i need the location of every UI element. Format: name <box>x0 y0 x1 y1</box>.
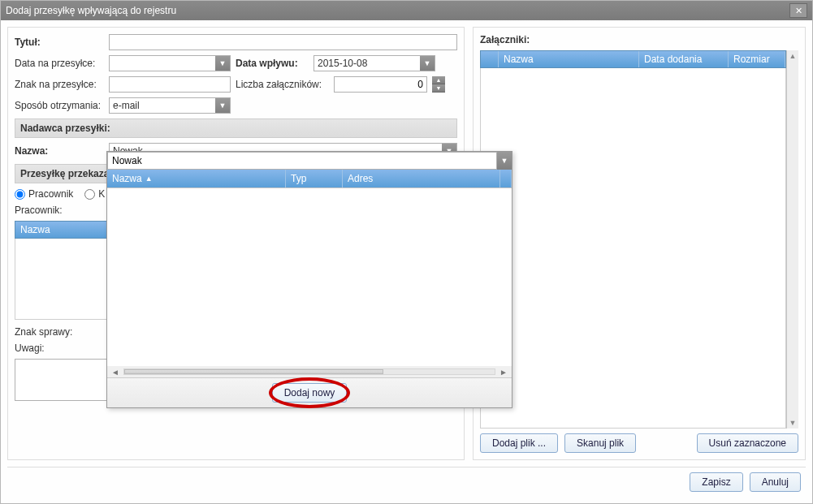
receive-value: e-mail <box>113 100 140 111</box>
attachments-col-check[interactable] <box>481 51 499 67</box>
radio-employee-label: Pracownik <box>28 188 73 200</box>
chevron-down-icon[interactable]: ▼ <box>789 419 797 427</box>
popup-horizontal-scroll[interactable]: ◄ ► <box>107 366 512 377</box>
attachments-col-name[interactable]: Nazwa <box>499 51 639 67</box>
popup-col-name[interactable]: Nazwa ▲ <box>107 170 286 187</box>
radio-employee-input[interactable] <box>15 189 25 200</box>
popup-grid-body[interactable] <box>107 187 512 366</box>
chevron-up-icon[interactable]: ▲ <box>432 76 445 84</box>
sort-asc-icon: ▲ <box>145 174 153 183</box>
radio-k-input[interactable] <box>84 189 95 200</box>
attachments-header: Załączniki: <box>480 34 798 45</box>
att-count-label: Liczba załączników: <box>236 79 329 90</box>
att-count-spinner[interactable]: ▲ ▼ <box>432 76 445 93</box>
scan-file-button[interactable]: Skanuj plik <box>564 433 636 453</box>
date-in-value: 2015-10-08 <box>318 58 367 69</box>
sender-search-input[interactable] <box>107 152 497 170</box>
add-file-button[interactable]: Dodaj plik ... <box>480 433 558 453</box>
att-count-input[interactable] <box>334 76 427 93</box>
attachments-scrollbar[interactable]: ▲ ▼ <box>786 50 798 429</box>
matter-sign-label: Znak sprawy: <box>15 326 104 338</box>
title-label: Tytuł: <box>15 37 104 48</box>
popup-col-extra[interactable] <box>500 170 512 187</box>
chevron-up-icon[interactable]: ▲ <box>789 52 797 60</box>
chevron-right-icon[interactable]: ► <box>499 367 508 377</box>
save-button[interactable]: Zapisz <box>690 472 742 492</box>
add-new-button[interactable]: Dodaj nowy <box>272 383 348 403</box>
attachments-grid-body[interactable] <box>480 68 786 429</box>
date-in-label: Data wpływu: <box>236 58 309 69</box>
bottom-bar: Zapisz Anuluj <box>7 467 806 497</box>
popup-grid-header: Nazwa ▲ Typ Adres <box>107 170 512 187</box>
radio-k[interactable]: K <box>84 188 105 200</box>
date-on-combo[interactable]: ▼ <box>109 55 231 71</box>
sign-on-input[interactable] <box>109 76 231 93</box>
notes-label: Uwagi: <box>15 342 104 354</box>
sender-name-label: Nazwa: <box>15 145 104 157</box>
attachments-col-date[interactable]: Data dodania <box>639 51 729 67</box>
popup-col-address[interactable]: Adres <box>343 170 500 187</box>
radio-k-label: K <box>98 188 105 200</box>
date-in-combo[interactable]: 2015-10-08 ▼ <box>314 55 435 71</box>
attachments-grid-header: Nazwa Data dodania Rozmiar <box>480 50 786 68</box>
titlebar[interactable]: Dodaj przesyłkę wpływającą do rejestru ✕ <box>1 1 812 20</box>
window-title: Dodaj przesyłkę wpływającą do rejestru <box>6 5 176 16</box>
close-icon[interactable]: ✕ <box>789 3 807 18</box>
receive-combo[interactable]: e-mail ▼ <box>109 97 231 114</box>
remove-selected-button[interactable]: Usuń zaznaczone <box>697 433 798 453</box>
sender-section-header: Nadawca przesyłki: <box>15 118 457 138</box>
scroll-thumb[interactable] <box>124 369 383 374</box>
popup-footer: Dodaj nowy <box>107 377 512 407</box>
chevron-down-icon[interactable]: ▼ <box>497 152 512 170</box>
title-input[interactable] <box>109 34 457 50</box>
popup-col-type[interactable]: Typ <box>286 170 343 187</box>
chevron-down-icon[interactable]: ▼ <box>432 84 445 93</box>
employee-label: Pracownik: <box>15 205 104 216</box>
radio-employee[interactable]: Pracownik <box>15 188 73 200</box>
date-on-label: Data na przesyłce: <box>15 58 104 69</box>
chevron-left-icon[interactable]: ◄ <box>110 367 120 377</box>
sender-lookup-popup: ▼ Nazwa ▲ Typ Adres ◄ ► Dodaj nowy <box>106 151 512 408</box>
cancel-button[interactable]: Anuluj <box>750 472 801 492</box>
scroll-track[interactable] <box>123 368 495 375</box>
attachments-buttons: Dodaj plik ... Skanuj plik Usuń zaznaczo… <box>480 433 798 453</box>
dialog-window: Dodaj przesyłkę wpływającą do rejestru ✕… <box>0 0 813 504</box>
chevron-down-icon[interactable]: ▼ <box>420 56 435 71</box>
attachments-col-size[interactable]: Rozmiar <box>729 51 785 67</box>
chevron-down-icon[interactable]: ▼ <box>215 98 230 113</box>
sign-on-label: Znak na przesyłce: <box>15 79 104 90</box>
right-panel: Załączniki: Nazwa Data dodania Rozmiar ▲ <box>473 27 806 460</box>
chevron-down-icon[interactable]: ▼ <box>215 56 230 71</box>
receive-label: Sposób otrzymania: <box>15 100 104 111</box>
